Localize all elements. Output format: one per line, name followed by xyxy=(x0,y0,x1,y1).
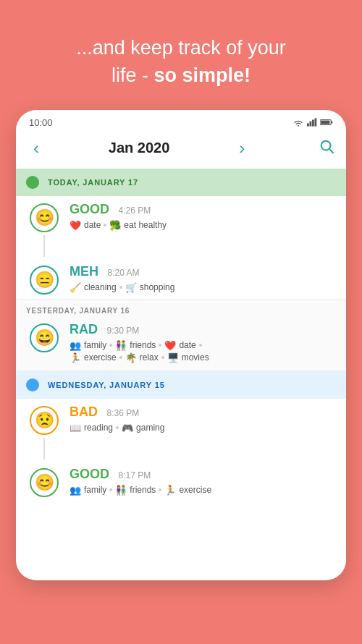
tag-sep3 xyxy=(109,344,112,347)
tag-icon-friends2: 👫 xyxy=(115,485,127,496)
signal-icon xyxy=(307,118,317,127)
face-good-jan17: 😊 xyxy=(30,203,59,232)
tag-sep4 xyxy=(159,344,161,347)
scroll-area[interactable]: TODAY, JANUARY 17 😊 GOOD 4:26 PM ❤️ date… xyxy=(16,169,346,580)
wednesday-label: WEDNESDAY, JANUARY 15 xyxy=(48,381,165,389)
wednesday-day-header: WEDNESDAY, JANUARY 15 xyxy=(16,371,346,399)
entry-good-jan17: 😊 GOOD 4:26 PM ❤️ date 🥦 eat healthy xyxy=(16,196,346,299)
tag-icon-shopping: 🛒 xyxy=(125,282,137,293)
tag-label-eathealth: eat healthy xyxy=(124,220,167,230)
today-label: TODAY, JANUARY 17 xyxy=(48,178,138,187)
tag-icon-family2: 👥 xyxy=(70,485,81,496)
tag-label-family: family xyxy=(84,340,106,350)
tag-label-date: date xyxy=(84,220,101,230)
calendar-month-title: Jan 2020 xyxy=(109,140,170,156)
tag-separator xyxy=(104,224,106,226)
mood-label-bad: BAD xyxy=(70,404,98,419)
face-bad-jan15: 😟 xyxy=(30,406,59,435)
tag-label-reading: reading xyxy=(84,423,113,433)
calendar-search-button[interactable] xyxy=(319,138,334,158)
yesterday-section: YESTERDAY, JANUARY 16 😄 RAD 9:30 PM 👥 fa… xyxy=(16,299,346,371)
today-day-header: TODAY, JANUARY 17 xyxy=(16,169,346,196)
tag-icon-date-rad: ❤️ xyxy=(164,340,176,351)
tag-sep9 xyxy=(109,488,112,491)
tag-label-shopping: shopping xyxy=(140,282,175,292)
tag-label-family2: family xyxy=(84,485,106,495)
mood-label-meh-jan17: MEH xyxy=(70,264,98,279)
svg-rect-1 xyxy=(310,122,312,127)
time-bad: 8:36 PM xyxy=(106,408,139,418)
header-line1: ...and keep track of your xyxy=(29,35,333,62)
tag-label-movies: movies xyxy=(182,352,209,363)
tag-sep2 xyxy=(119,286,122,289)
svg-rect-6 xyxy=(321,121,329,124)
face-good-jan15: 😊 xyxy=(30,468,59,497)
entry-bad-jan15: 😟 BAD 8:36 PM 📖 reading 🎮 gaming xyxy=(16,399,346,501)
tag-label-relax: relax xyxy=(140,352,159,363)
tag-sep6 xyxy=(119,356,122,359)
tag-label-gaming: gaming xyxy=(136,423,164,433)
status-time: 10:00 xyxy=(29,117,53,128)
face-meh-jan17: 😑 xyxy=(30,266,59,295)
time-meh-jan17: 8:20 AM xyxy=(107,268,139,278)
svg-rect-3 xyxy=(315,118,317,126)
tag-icon-movies: 🖥️ xyxy=(167,352,179,363)
time-good-jan17: 4:26 PM xyxy=(118,206,151,216)
header-section: ...and keep track of your life - so simp… xyxy=(0,0,362,110)
status-icons xyxy=(292,118,333,127)
wifi-icon xyxy=(292,118,304,127)
mood-label-good-jan17: GOOD xyxy=(70,202,109,216)
svg-rect-5 xyxy=(331,122,332,124)
tag-icon-relax: 🌴 xyxy=(125,352,137,363)
calendar-prev-button[interactable]: ‹ xyxy=(28,135,45,161)
today-dot xyxy=(26,176,39,189)
status-bar: 10:00 xyxy=(16,110,346,132)
tag-label-friends2: friends xyxy=(130,485,156,495)
tag-sep10 xyxy=(159,488,161,491)
tag-label-friends: friends xyxy=(130,340,156,350)
header-line2: life - so simple! xyxy=(29,62,333,90)
connector-bad xyxy=(43,438,45,459)
svg-rect-0 xyxy=(307,123,309,126)
face-rad-jan16: 😄 xyxy=(30,323,59,352)
tag-icon-gaming: 🎮 xyxy=(122,423,133,433)
calendar-header: ‹ Jan 2020 › xyxy=(16,132,346,169)
mood-label-good-jan15: GOOD xyxy=(70,467,109,481)
tag-label-cleaning: cleaning xyxy=(84,282,117,292)
tag-icon-eathealth: 🥦 xyxy=(109,220,121,231)
svg-line-8 xyxy=(329,149,333,153)
tag-label-exercise: exercise xyxy=(84,352,117,363)
tag-icon: ❤️ xyxy=(70,220,81,231)
tag-icon-exercise: 🏃 xyxy=(70,352,81,363)
svg-rect-2 xyxy=(312,120,314,127)
tag-label-date-rad: date xyxy=(179,340,195,350)
tag-sep7 xyxy=(161,356,164,359)
wednesday-dot xyxy=(26,378,39,391)
tag-icon-family: 👥 xyxy=(70,340,81,351)
tag-icon-friends: 👫 xyxy=(115,340,127,351)
tag-label-exercise2: exercise xyxy=(179,485,211,495)
tag-sep5 xyxy=(199,344,202,347)
yesterday-header-label: YESTERDAY, JANUARY 16 xyxy=(16,300,346,318)
tag-icon-cleaning: 🧹 xyxy=(70,282,81,293)
time-good-jan15: 8:17 PM xyxy=(118,470,151,480)
phone-container: 10:00 ‹ Jan 2020 xyxy=(16,110,346,580)
battery-icon xyxy=(320,118,333,127)
connector-good xyxy=(43,235,45,257)
time-rad: 9:30 PM xyxy=(106,326,139,336)
tag-icon-exercise2: 🏃 xyxy=(164,485,176,496)
calendar-next-button[interactable]: › xyxy=(233,135,251,161)
tag-icon-reading: 📖 xyxy=(70,423,81,433)
tag-sep8 xyxy=(116,426,119,429)
mood-label-rad: RAD xyxy=(70,322,98,336)
